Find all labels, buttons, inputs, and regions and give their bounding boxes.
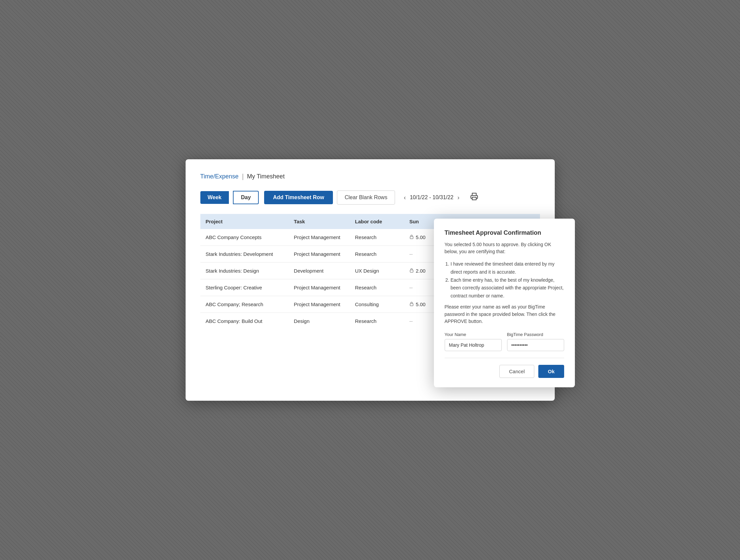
- main-card: Time/Expense | My Timesheet Week Day Add…: [186, 159, 555, 401]
- dialog-list: I have reviewed the timesheet data enter…: [451, 260, 564, 300]
- dialog-list-item-1: I have reviewed the timesheet data enter…: [451, 260, 564, 276]
- your-name-field: Your Name: [445, 332, 502, 351]
- approval-dialog: Timesheet Approval Confirmation You sele…: [434, 219, 575, 387]
- dialog-overlay: Timesheet Approval Confirmation You sele…: [186, 159, 555, 401]
- dialog-note: Please enter your name as well as your B…: [445, 303, 564, 325]
- dialog-title: Timesheet Approval Confirmation: [445, 229, 564, 236]
- bigtime-password-field: BigTime Password: [507, 332, 564, 351]
- your-name-label: Your Name: [445, 332, 502, 337]
- cancel-button[interactable]: Cancel: [499, 365, 535, 378]
- bigtime-password-label: BigTime Password: [507, 332, 564, 337]
- ok-button[interactable]: Ok: [538, 365, 564, 378]
- dialog-fields: Your Name BigTime Password: [445, 332, 564, 351]
- dialog-intro: You selected 5.00 hours to approve. By c…: [445, 241, 564, 256]
- bigtime-password-input[interactable]: [507, 339, 564, 351]
- dialog-actions: Cancel Ok: [445, 365, 564, 378]
- dialog-list-item-2: Each time entry has, to the best of my k…: [451, 276, 564, 300]
- dialog-divider: [445, 358, 564, 358]
- your-name-input[interactable]: [445, 339, 502, 351]
